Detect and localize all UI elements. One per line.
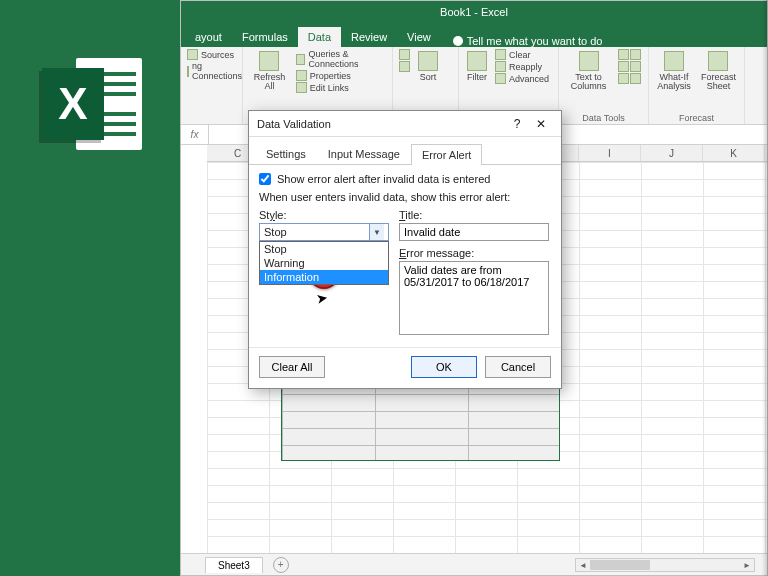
queries-button[interactable]: Queries & Connections — [296, 49, 386, 69]
tab-error-alert[interactable]: Error Alert — [411, 144, 483, 165]
filter-button[interactable]: Filter — [465, 49, 489, 84]
instruction-text: When user enters invalid data, show this… — [259, 191, 551, 203]
data-model-icon[interactable] — [630, 73, 641, 84]
error-message-label: Error message: — [399, 247, 551, 259]
style-dropdown-list: Stop Warning Information ➤ — [259, 241, 389, 285]
scroll-right-icon[interactable]: ► — [740, 561, 754, 570]
remove-duplicates-icon[interactable] — [630, 49, 641, 60]
style-option-warning[interactable]: Warning — [260, 256, 388, 270]
close-button[interactable]: ✕ — [529, 114, 553, 134]
style-select[interactable]: Stop ▼ — [259, 223, 389, 241]
relationships-icon[interactable] — [618, 73, 629, 84]
sort-za-button[interactable] — [399, 61, 410, 72]
forecast-sheet-button[interactable]: Forecast Sheet — [699, 49, 738, 94]
style-option-information[interactable]: Information — [260, 270, 388, 284]
style-option-stop[interactable]: Stop — [260, 242, 388, 256]
window-title: Book1 - Excel — [440, 6, 508, 18]
show-error-checkbox[interactable]: Show error alert after invalid data is e… — [259, 173, 551, 185]
sort-button[interactable]: Sort — [416, 49, 440, 84]
refresh-icon — [259, 51, 279, 71]
reapply-button[interactable]: Reapply — [495, 61, 549, 72]
tab-formulas[interactable]: Formulas — [232, 27, 298, 47]
new-sheet-button[interactable]: + — [273, 557, 289, 573]
title-input[interactable] — [399, 223, 549, 241]
clear-button[interactable]: Clear — [495, 49, 549, 60]
data-validation-dialog: Data Validation ? ✕ Settings Input Messa… — [248, 110, 562, 389]
fx-label[interactable]: fx — [181, 125, 209, 144]
col-K[interactable]: K — [703, 145, 765, 161]
title-label: Title: — [399, 209, 551, 221]
consolidate-icon[interactable] — [630, 61, 641, 72]
horizontal-scrollbar[interactable]: ◄ ► — [575, 558, 755, 572]
col-I[interactable]: I — [579, 145, 641, 161]
scroll-thumb[interactable] — [590, 560, 650, 570]
tab-review[interactable]: Review — [341, 27, 397, 47]
scroll-left-icon[interactable]: ◄ — [576, 561, 590, 570]
properties-button[interactable]: Properties — [296, 70, 386, 81]
refresh-all-button[interactable]: Refresh All — [249, 49, 290, 94]
clear-all-button[interactable]: Clear All — [259, 356, 325, 378]
tab-input-message[interactable]: Input Message — [317, 143, 411, 164]
style-label: Style: — [259, 209, 389, 221]
flash-fill-icon[interactable] — [618, 49, 629, 60]
ribbon-tabs: ayout Formulas Data Review View Tell me … — [181, 23, 767, 47]
whatif-button[interactable]: What-If Analysis — [655, 49, 693, 94]
tab-layout[interactable]: ayout — [185, 27, 232, 47]
tab-data[interactable]: Data — [298, 27, 341, 47]
bulb-icon — [453, 36, 463, 46]
whatif-icon — [664, 51, 684, 71]
chevron-down-icon: ▼ — [369, 224, 384, 240]
text-to-columns-icon — [579, 51, 599, 71]
edit-links-button[interactable]: Edit Links — [296, 82, 386, 93]
show-error-checkbox-input[interactable] — [259, 173, 271, 185]
existing-connections-button[interactable]: ng Connections — [187, 61, 236, 81]
excel-logo: X — [42, 58, 142, 150]
data-validation-icon[interactable] — [618, 61, 629, 72]
filter-icon — [467, 51, 487, 71]
cursor-icon: ➤ — [315, 289, 330, 307]
titlebar: Book1 - Excel — [181, 1, 767, 23]
sort-icon — [418, 51, 438, 71]
tab-settings[interactable]: Settings — [255, 143, 317, 164]
tell-me[interactable]: Tell me what you want to do — [453, 35, 603, 47]
cancel-button[interactable]: Cancel — [485, 356, 551, 378]
text-to-columns-button[interactable]: Text to Columns — [565, 49, 612, 94]
error-message-textarea[interactable] — [399, 261, 549, 335]
sheet-tab-sheet3[interactable]: Sheet3 — [205, 557, 263, 573]
forecast-icon — [708, 51, 728, 71]
ok-button[interactable]: OK — [411, 356, 477, 378]
dialog-title: Data Validation — [257, 118, 505, 130]
tab-view[interactable]: View — [397, 27, 441, 47]
col-J[interactable]: J — [641, 145, 703, 161]
sort-az-button[interactable] — [399, 49, 410, 60]
help-button[interactable]: ? — [505, 114, 529, 134]
advanced-button[interactable]: Advanced — [495, 73, 549, 84]
sources-button[interactable]: Sources — [187, 49, 236, 60]
sheet-tabs-bar: Sheet3 + ◄ ► — [181, 553, 767, 575]
